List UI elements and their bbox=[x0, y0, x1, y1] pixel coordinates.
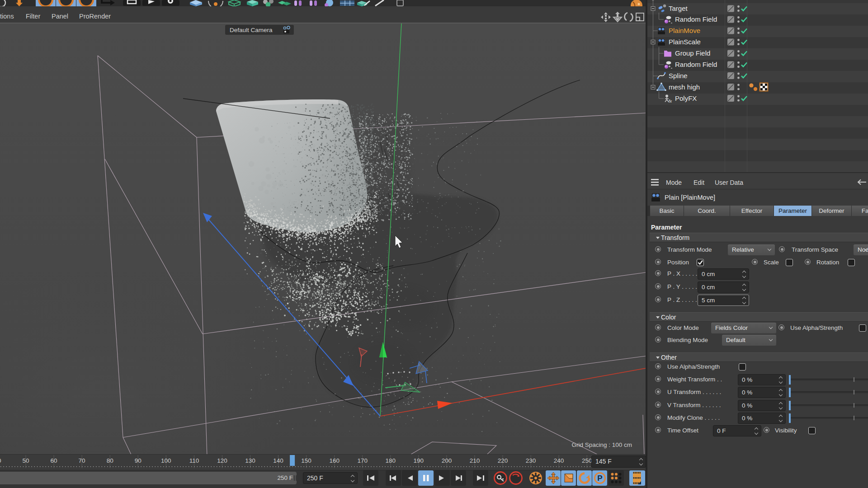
svg-text:Target: Target bbox=[669, 5, 688, 12]
svg-text:Random Field: Random Field bbox=[675, 61, 717, 68]
svg-text:PlainScale: PlainScale bbox=[669, 38, 701, 46]
svg-text:230: 230 bbox=[526, 457, 536, 464]
svg-text:Random Field: Random Field bbox=[675, 15, 717, 23]
svg-text:mesh high: mesh high bbox=[669, 83, 700, 91]
svg-text:120: 120 bbox=[217, 457, 227, 464]
svg-text:210: 210 bbox=[470, 457, 480, 464]
svg-text:160: 160 bbox=[329, 457, 340, 464]
svg-text:240: 240 bbox=[554, 457, 564, 464]
svg-text:70: 70 bbox=[79, 457, 85, 464]
svg-text:180: 180 bbox=[386, 457, 396, 464]
svg-text:Spline: Spline bbox=[669, 72, 688, 80]
svg-text:200: 200 bbox=[442, 457, 452, 464]
svg-text:110: 110 bbox=[189, 457, 199, 464]
svg-text:P: P bbox=[597, 474, 602, 483]
svg-text:fx: fx bbox=[669, 99, 672, 103]
svg-text:130: 130 bbox=[245, 457, 255, 464]
svg-text:50: 50 bbox=[22, 457, 29, 464]
svg-text:40: 40 bbox=[0, 457, 1, 464]
svg-text:60: 60 bbox=[51, 457, 57, 464]
svg-text:Grid Spacing : 100 cm: Grid Spacing : 100 cm bbox=[571, 441, 632, 448]
svg-text:PolyFX: PolyFX bbox=[675, 94, 697, 102]
svg-text:220: 220 bbox=[498, 457, 508, 464]
svg-text:90: 90 bbox=[135, 457, 142, 464]
svg-text:140: 140 bbox=[273, 457, 283, 464]
svg-text:250: 250 bbox=[582, 457, 592, 464]
svg-text:Group Field: Group Field bbox=[675, 49, 710, 57]
svg-text:PlainMove: PlainMove bbox=[669, 27, 700, 34]
svg-text:190: 190 bbox=[414, 457, 424, 464]
svg-text:Default Camera: Default Camera bbox=[230, 27, 273, 33]
svg-text:80: 80 bbox=[107, 457, 113, 464]
svg-text:150: 150 bbox=[301, 457, 311, 464]
svg-text:100: 100 bbox=[161, 457, 171, 464]
svg-text:170: 170 bbox=[357, 457, 368, 464]
